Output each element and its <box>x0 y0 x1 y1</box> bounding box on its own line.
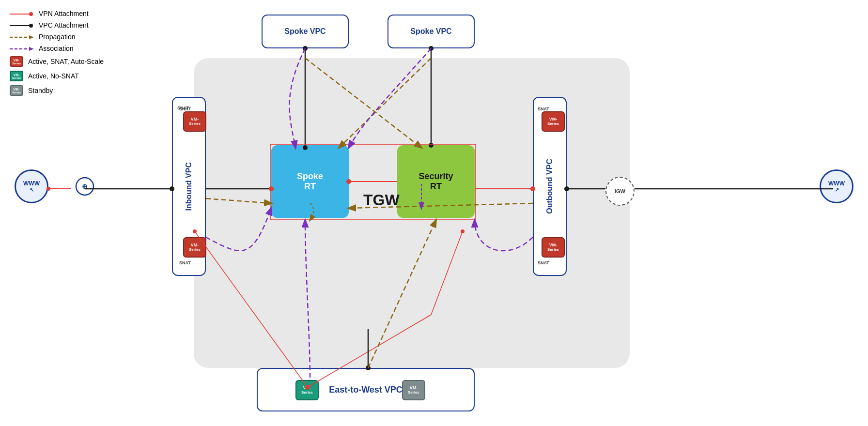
vm-ew-left: VM- Series <box>295 380 319 400</box>
assoc-line-legend <box>10 46 34 51</box>
svg-text:⊕: ⊕ <box>82 183 88 190</box>
ew-vpc: East-to-West VPC <box>257 368 475 411</box>
snat-bottom-outbound: SNAT <box>538 260 549 265</box>
active-nosnat-label: Active, No-SNAT <box>28 72 79 80</box>
igw-label: IGW <box>615 188 625 194</box>
svg-point-38 <box>29 12 33 16</box>
svg-marker-42 <box>29 35 34 39</box>
legend-vpc: VPC Attachment <box>10 21 104 29</box>
legend-prop: Propagation <box>10 33 104 41</box>
spoke-vpc-1: Spoke VPC <box>262 15 349 48</box>
vpn-label: VPN Attachment <box>39 10 89 17</box>
tgw-label: TGW <box>363 191 400 209</box>
vpc-line-legend <box>10 22 34 28</box>
vm-inbound-top: VM- Series <box>183 111 206 132</box>
vm-outbound-bottom: VM- Series <box>542 237 565 258</box>
vm-outbound-top: VM- Series <box>542 111 565 132</box>
ew-vpc-label: East-to-West VPC <box>329 385 403 395</box>
snat-bottom-inbound: SNAT <box>179 260 191 265</box>
www-left-circle: WWW ↖ <box>15 169 48 203</box>
vpn-line-legend <box>10 11 34 16</box>
vm-inbound-bottom: VM- Series <box>183 237 206 258</box>
standby-label: Standby <box>28 87 53 94</box>
vm-gray-legend: VM- Series <box>10 85 23 96</box>
vpc-label: VPC Attachment <box>39 21 89 29</box>
svg-point-40 <box>29 24 33 28</box>
spoke-rt-label: SpokeRT <box>297 171 323 192</box>
legend-active-snat: VM- Series Active, SNAT, Auto-Scale <box>10 56 104 67</box>
spoke-rt: SpokeRT <box>271 145 349 218</box>
legend-active-nosnat: VM- Series Active, No-SNAT <box>10 71 104 81</box>
active-snat-label: Active, SNAT, Auto-Scale <box>28 58 104 65</box>
spoke-vpc-1-label: Spoke VPC <box>284 27 326 36</box>
legend-assoc: Association <box>10 45 104 52</box>
legend-vpn: VPN Attachment <box>10 10 104 17</box>
legend: VPN Attachment VPC Attachment Propagatio… <box>10 10 104 96</box>
snat-top-outbound: SNAT <box>538 106 549 111</box>
security-rt: SecurityRT <box>397 145 475 218</box>
svg-marker-44 <box>29 47 34 51</box>
cloud-svg: ⊕ <box>70 174 99 198</box>
security-rt-label: SecurityRT <box>418 171 453 192</box>
spoke-vpc-2: Spoke VPC <box>388 15 475 48</box>
prop-label: Propagation <box>39 33 76 41</box>
vm-teal-legend: VM- Series <box>10 71 23 81</box>
spoke-vpc-2-label: Spoke VPC <box>410 27 451 36</box>
www-right-circle: WWW ↗ <box>820 169 853 203</box>
cloud-router-left: ⊕ <box>70 174 99 198</box>
assoc-label: Association <box>39 45 74 52</box>
prop-line-legend <box>10 34 34 40</box>
igw: IGW <box>605 177 635 206</box>
outbound-vpc-label: Outbound VPC <box>545 159 554 214</box>
vm-red-legend: VM- Series <box>10 56 23 67</box>
www-left: WWW ↖ <box>15 169 48 203</box>
vm-ew-right: VM- Series <box>402 380 425 400</box>
snat-top-inbound: SNAT <box>179 106 191 111</box>
inbound-vpc-label: Inbound VPC <box>185 162 193 211</box>
www-right: WWW ↗ <box>820 169 853 203</box>
legend-standby: VM- Series Standby <box>10 85 104 96</box>
